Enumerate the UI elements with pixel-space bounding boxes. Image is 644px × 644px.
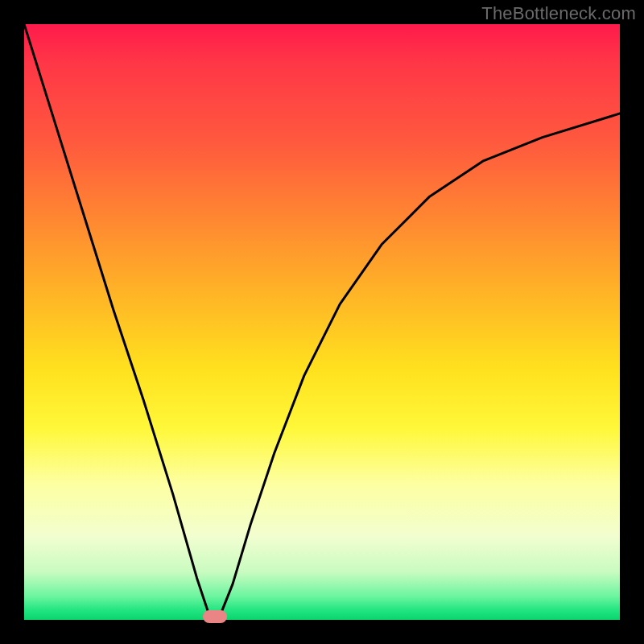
bottleneck-curve	[24, 24, 620, 620]
curve-svg	[24, 24, 620, 620]
chart-outer: TheBottleneck.com	[0, 0, 644, 644]
plot-area	[24, 24, 620, 620]
watermark-text: TheBottleneck.com	[481, 3, 636, 24]
minimum-marker	[203, 610, 227, 623]
